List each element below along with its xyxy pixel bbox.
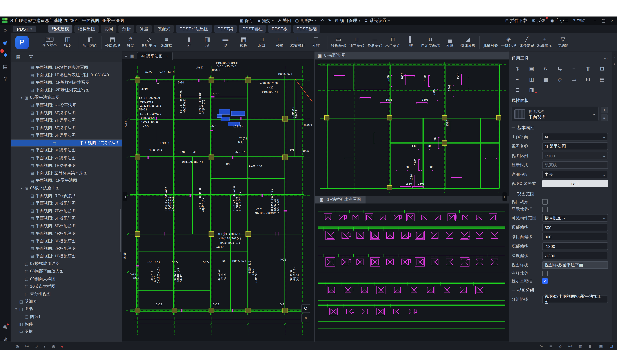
tree-scrollbar[interactable] — [120, 209, 121, 252]
expand-rail-icon[interactable]: » — [4, 27, 7, 33]
measure-tool-icon[interactable]: ▤ — [596, 75, 608, 83]
select-work-plane[interactable]: 4F⌄ — [542, 133, 608, 141]
expander-open-icon[interactable]: ▾ — [20, 96, 23, 99]
tree-item-2[interactable]: ▤平面视图: 1F墙柱列表注写图_01031040 — [11, 71, 122, 79]
tree-item-35[interactable]: ◧构件 — [11, 320, 122, 328]
pdst-menu-button[interactable]: PDST ▾ — [13, 26, 36, 32]
ribbon-tab-7[interactable]: PDST平法出图 — [176, 25, 212, 33]
assistant-button[interactable]: ◉广小二 — [550, 18, 568, 24]
section-header[interactable]: 基本属性 — [512, 125, 608, 130]
input-bottom-offset[interactable]: -1300 — [542, 242, 608, 250]
print-tool-icon[interactable]: ⊞ — [596, 65, 608, 72]
submit-button[interactable]: ◆提交▾ — [257, 18, 274, 24]
fullscreen-status-icon[interactable]: ⊞ — [609, 343, 613, 349]
walllist-window-titlebar[interactable]: ▣ -1F墙柱列表注写图 — [315, 195, 509, 204]
raft-foundation-tool-button[interactable]: ▭筏板基础 — [329, 36, 347, 48]
close-button[interactable]: × — [610, 18, 615, 23]
more-icon[interactable]: ⋯ — [604, 56, 608, 61]
hatch-tool-icon[interactable]: ▩ — [540, 75, 552, 83]
ribbon-tab-5[interactable]: 算量 — [136, 25, 152, 33]
slab-window-titlebar[interactable]: ▣ 8F板配筋图 — [315, 52, 509, 60]
collapse-left-panel-button[interactable]: ◂ — [123, 192, 127, 201]
reset-view-button[interactable]: ↺ — [301, 304, 310, 313]
tree-item-13[interactable]: ▤平面视图: 2F梁平法图 — [11, 154, 122, 162]
button-object-style[interactable]: 设置 — [542, 180, 608, 187]
select-display-mode[interactable]: 隐藏线⌄ — [542, 161, 608, 169]
notifications-icon[interactable]: ◉ — [3, 324, 8, 330]
tree-item-4[interactable]: ▤平面视图: -2F墙柱列表注写图 — [11, 86, 122, 94]
snap-toggle-2[interactable]: ◎ — [25, 343, 29, 349]
measure-status-icon[interactable]: ∿ — [540, 343, 543, 349]
tree-item-6[interactable]: ▤平面视图: RF梁平法图 — [11, 102, 122, 109]
join-tool-icon[interactable]: ◇ — [554, 75, 566, 83]
link-status-icon[interactable]: ⊘ — [558, 343, 562, 349]
project-component-tool-button[interactable]: ◧项目构件 — [81, 36, 99, 48]
collapse-right-panel-button[interactable]: ▸ — [502, 192, 507, 201]
elevation-display-tool-button[interactable]: ±标高显示 — [536, 36, 554, 48]
tree-item-3[interactable]: ▤平面视图: -1F墙柱列表注写图 — [11, 79, 122, 86]
close-overlay-button[interactable]: × — [301, 314, 310, 322]
select-detail-level[interactable]: 中等⌄ — [542, 171, 608, 178]
beam-plan-drawing-4f[interactable]: ⌀10@100/150(4)5⌀25;⌀25 2/6N4⌀12L8(1)6⌀25… — [122, 60, 314, 342]
capital-tool-button[interactable]: ⊤柱帽 — [307, 36, 325, 48]
light-toggle[interactable]: ◐ — [43, 344, 46, 348]
ribbon-tab-6[interactable]: 装配式 — [154, 25, 174, 33]
snap-toggle-3[interactable]: ⊙ — [34, 343, 38, 349]
ref-plane-tool-button[interactable]: ◇参照平面 — [140, 36, 158, 48]
region-tool-icon[interactable]: ⊡ — [512, 86, 523, 94]
tree-item-28[interactable]: ▢08局部平面放大图 — [11, 268, 122, 275]
checkbox-show-crop-box[interactable] — [542, 207, 548, 212]
window-mode-icon[interactable]: ▣ — [130, 53, 134, 58]
axis-grid-tool-button[interactable]: #轴网 — [122, 36, 140, 48]
tree-item-27[interactable]: ▢07楼梯坡道详图 — [11, 260, 122, 268]
tree-item-20[interactable]: ▤平面视图: 7F板配筋图 — [11, 207, 122, 215]
isolated-foundation-tool-button[interactable]: ⊔独立基础 — [347, 36, 366, 48]
opening-tool-button[interactable]: □洞口 — [253, 36, 271, 48]
tree-item-17[interactable]: ▾▣06板平法施工图 — [11, 184, 122, 192]
system-settings-button[interactable]: ⚙系统设置▾ — [364, 18, 390, 24]
checkbox-annotation-crop[interactable] — [542, 271, 548, 276]
tree-item-25[interactable]: ▤平面视图: 2F板配筋图 — [11, 245, 122, 252]
rail-help-icon[interactable]: ? — [4, 76, 7, 82]
tree-item-18[interactable]: ▤平面视图: RF板配筋图 — [11, 192, 122, 200]
add-view-button[interactable]: + — [601, 107, 608, 113]
stair-tool-button[interactable]: ∟楼梯 — [271, 36, 289, 48]
copy-tool-icon[interactable]: ▣ — [526, 65, 538, 72]
redo-button[interactable]: ↷ — [328, 18, 331, 23]
maximize-button[interactable]: ▢ — [601, 18, 606, 23]
cloud-icon[interactable]: ⊕ — [3, 336, 8, 342]
one-click-tool-button[interactable]: ◈一键处理 — [500, 36, 518, 48]
slab-plan-drawing-8f[interactable]: 1000100010001500150010001400130015001300… — [315, 60, 509, 195]
tree-item-21[interactable]: ▤平面视图: 6F板配筋图 — [11, 215, 122, 222]
tree-item-24[interactable]: ▤平面视图: 3F板配筋图 — [11, 237, 122, 245]
tree-item-22[interactable]: ▤平面视图: 5F板配筋图 — [11, 222, 122, 230]
delete-tool-icon[interactable]: ⊠ — [582, 75, 594, 83]
expander-open-icon[interactable]: ▾ — [20, 186, 23, 190]
tree-item-29[interactable]: ▢09剖面大样图 — [11, 275, 122, 283]
slab-tool-button[interactable]: ▦楼板 — [234, 36, 253, 48]
save-button[interactable]: ▣保存 — [239, 18, 253, 24]
snap-toggle-1[interactable]: ◉ — [16, 343, 19, 349]
pier-tool-button[interactable]: ▄柱墩 — [441, 36, 459, 48]
visibility-toggle[interactable]: ◉ — [52, 343, 55, 349]
snap-tool-icon[interactable]: ◨ — [526, 86, 538, 94]
user-icon[interactable]: ◉ — [3, 39, 8, 45]
floor-manage-tool-button[interactable]: ▤楼层管理 — [103, 36, 122, 48]
stack-views-button[interactable]: ≡ — [601, 115, 608, 121]
tree-item-16[interactable]: ▤平面视图: -1F梁平法图 — [11, 177, 122, 184]
minimize-button[interactable]: – — [592, 18, 597, 23]
pilecap-foundation-tool-button[interactable]: ⊓承台基础 — [384, 36, 402, 48]
subtract-tool-icon[interactable]: − — [568, 65, 580, 72]
tree-item-7[interactable]: ▤平面视图: 8F梁平法图 — [11, 109, 122, 117]
ribbon-tab-9[interactable]: PDST墙柱 — [239, 25, 266, 33]
input-view-name[interactable]: 4F梁平法图 — [542, 143, 608, 150]
document-icon[interactable]: ▤ — [3, 64, 8, 70]
wall-tool-button[interactable]: ▥墙 — [198, 36, 217, 48]
views-list-icon[interactable]: ▦ — [16, 54, 21, 59]
panel-pin-icon[interactable]: ▸ — [614, 62, 616, 66]
panel-menu-icon[interactable]: ⋮ — [613, 54, 616, 58]
layout-status-icon[interactable]: ◧ — [589, 343, 593, 349]
checkbox-show-region-box[interactable]: ✓ — [542, 278, 548, 284]
stair-beam-column-tool-button[interactable]: ⊥梯梁梯柱 — [289, 36, 307, 48]
tree-item-5[interactable]: ▾▣05梁平法施工图 — [11, 94, 122, 102]
